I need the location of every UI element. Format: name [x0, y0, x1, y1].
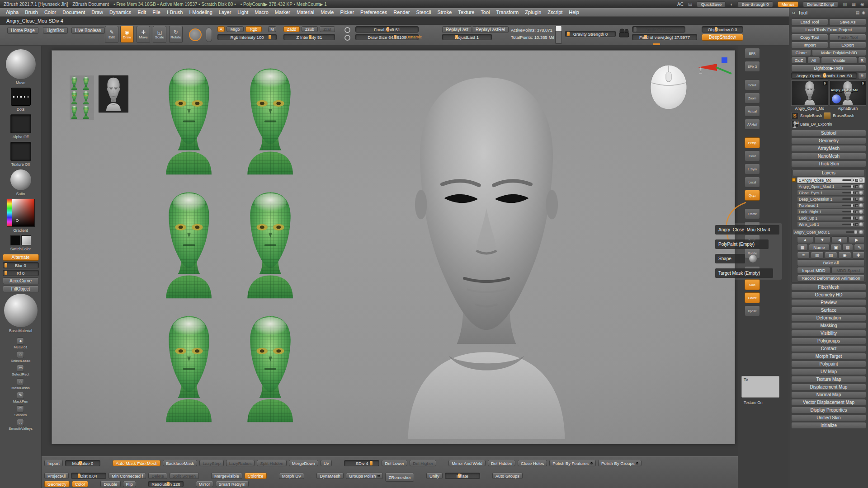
draw-button[interactable]: ◉ Draw	[120, 26, 134, 43]
shelf-button[interactable]: SPix 3	[745, 61, 760, 72]
zcut-button[interactable]: Zcut	[320, 26, 335, 32]
layer-intensity-slider[interactable]	[842, 205, 854, 206]
home-page-button[interactable]: Home Page	[7, 27, 38, 34]
tool-section-button[interactable]: Geometry	[791, 137, 866, 144]
layer-intensity-slider[interactable]	[842, 179, 854, 181]
bottom-shelf-button[interactable]: Split Screen	[170, 473, 199, 479]
green-head-model[interactable]	[161, 314, 217, 422]
alternate-button[interactable]: Alternate	[3, 254, 39, 261]
tray-brush-item[interactable]: ◌ MaskLasso	[9, 378, 33, 390]
palette-pin-icon[interactable]: ◉	[862, 10, 865, 15]
import-mdd-button[interactable]: Import MDD	[797, 267, 830, 274]
load-tool-button[interactable]: Load Tool	[791, 19, 828, 25]
lightbox-button[interactable]: LightBox	[43, 27, 68, 34]
layer-record-indicator[interactable]	[792, 178, 796, 182]
shelf-button[interactable]: Ghost	[745, 292, 760, 303]
layer-row[interactable]: Close_Eyes 1	[797, 190, 865, 196]
see-through-slider[interactable]: See-through 0	[737, 1, 773, 7]
bottom-shelf-button[interactable]: Min Connected f	[108, 473, 146, 479]
layer-row[interactable]: Forehead 1	[797, 202, 865, 208]
menu-item[interactable]: Render	[390, 8, 413, 16]
bottom-shelf-button[interactable]: Groups Polish	[346, 473, 383, 479]
tool-section-button[interactable]: Vector Displacement Map	[791, 399, 866, 406]
green-head-model[interactable]	[161, 190, 217, 299]
tool-section-button[interactable]: UV Map	[791, 368, 866, 375]
shelf-button[interactable]: Xpose	[745, 305, 760, 316]
accucurve-button[interactable]: AccuCurve	[3, 277, 39, 284]
obj-shadow-slider[interactable]: ObjShadow 0.3	[702, 26, 743, 33]
tool-section-button[interactable]: FiberMesh	[791, 284, 866, 291]
layer-intensity-slider[interactable]	[842, 217, 854, 219]
tool-section-button[interactable]: Displacement Map	[791, 384, 866, 390]
green-head-model[interactable]	[243, 66, 298, 175]
shelf-button[interactable]: Solo	[745, 279, 760, 290]
gravity-direction-widget[interactable]	[555, 26, 562, 44]
sculpted-head-model[interactable]	[394, 70, 579, 439]
bottom-shelf-button[interactable]: LazyRadius	[226, 460, 255, 466]
stroke-preview-icon[interactable]	[206, 28, 212, 42]
bottom-shelf-button[interactable]: BackfaceMask	[163, 460, 197, 466]
eraserbrush-icon[interactable]	[824, 112, 831, 119]
alpha-slot[interactable]	[10, 114, 31, 133]
blur-slider[interactable]: Blur 0	[3, 262, 39, 268]
layer-intensity-slider[interactable]	[842, 186, 854, 187]
tool-section-button[interactable]: Polypaint	[791, 361, 866, 367]
green-head-model[interactable]	[243, 314, 298, 422]
tray-brush-item[interactable]: ◌ SelectLasso	[9, 351, 33, 363]
bottom-shelf-button[interactable]: Polish By Features	[549, 460, 596, 466]
green-head-model[interactable]	[161, 66, 217, 175]
bottom-shelf-button[interactable]: Flip	[123, 481, 136, 487]
menu-item[interactable]: I-Brush	[164, 8, 186, 16]
menu-item[interactable]: Preferences	[357, 8, 390, 16]
bottom-shelf-button[interactable]: ZRemesher	[385, 473, 414, 482]
layer-eye-icon[interactable]	[859, 216, 863, 220]
shelf-button[interactable]: Qxyz	[745, 190, 760, 201]
mini-head-thumb[interactable]	[82, 105, 92, 119]
layer-eye-icon[interactable]	[859, 178, 863, 182]
zadd-button[interactable]: Zadd	[283, 26, 300, 32]
bake-all-button[interactable]: Bake All	[797, 259, 865, 266]
bottom-shelf-button[interactable]: Double	[100, 481, 120, 487]
layer-row[interactable]: Look_Right 1	[797, 209, 865, 215]
layer-down-button[interactable]: ▼	[814, 236, 830, 243]
tool-section-button[interactable]: Masking	[791, 322, 866, 329]
angle-of-view-slider[interactable]: Angle Of View	[632, 26, 685, 33]
bottom-shelf-button[interactable]: LazyStep	[199, 460, 224, 466]
rgb-intensity-slider[interactable]: Rgb Intensity 100	[217, 34, 277, 40]
menu-item[interactable]: Light	[234, 8, 251, 16]
menu-item[interactable]: Texture	[455, 8, 477, 16]
satin-material-preview[interactable]	[10, 169, 31, 190]
replay-last-rel-button[interactable]: ReplayLastRel	[472, 26, 509, 33]
bottom-shelf-button[interactable]: Unify	[426, 473, 443, 479]
bottom-shelf-button[interactable]: Del Higher	[410, 460, 436, 466]
layer-edit-button[interactable]: ✎	[854, 244, 865, 251]
menu-item[interactable]: Transform	[493, 8, 522, 16]
grid-icon[interactable]: ▦	[852, 2, 856, 7]
layer-row[interactable]: Angry_Open_Mout 1	[797, 183, 865, 189]
base-tool-icon[interactable]: 13	[791, 121, 798, 128]
layer-visibility-button[interactable]: ◉	[838, 252, 851, 258]
blendshape-heads[interactable]	[161, 66, 298, 422]
spotlight-thumbnails[interactable]	[70, 75, 128, 120]
mini-head-thumb[interactable]	[71, 105, 80, 119]
layer-intensity-slider[interactable]	[842, 198, 854, 200]
layer-eye-icon[interactable]	[859, 184, 863, 188]
record-deformation-button[interactable]: Record Deformation Animation	[797, 275, 865, 282]
bottom-shelf-button[interactable]: DynaMesh	[316, 473, 343, 479]
a-toggle[interactable]: A	[217, 26, 225, 32]
tool-section-button[interactable]: Morph Target	[791, 353, 866, 360]
texture-slot[interactable]	[10, 142, 31, 161]
tool-section-button[interactable]: Normal Map	[791, 391, 866, 398]
layer-mode-icon[interactable]	[855, 198, 858, 201]
menu-item[interactable]: Tool	[477, 8, 493, 16]
layer-row[interactable]: Look_Up 1	[797, 215, 865, 221]
clone-button[interactable]: Clone	[791, 49, 811, 56]
make-polymesh3d-button[interactable]: Make PolyMesh3D	[812, 49, 866, 56]
recent-tool-thumbnail[interactable]: Angry_Open_Mo 9	[830, 80, 867, 106]
layer-eye-icon[interactable]	[859, 210, 863, 214]
m-button[interactable]: M	[268, 26, 276, 32]
focal-shift-slider[interactable]: Focal Shift 51	[355, 26, 419, 33]
bottom-shelf-button[interactable]: MergeVisible	[211, 473, 242, 479]
goz-visible-button[interactable]: Visible	[821, 57, 857, 64]
z-intensity-slider[interactable]: Z Intensity 51	[283, 34, 335, 40]
